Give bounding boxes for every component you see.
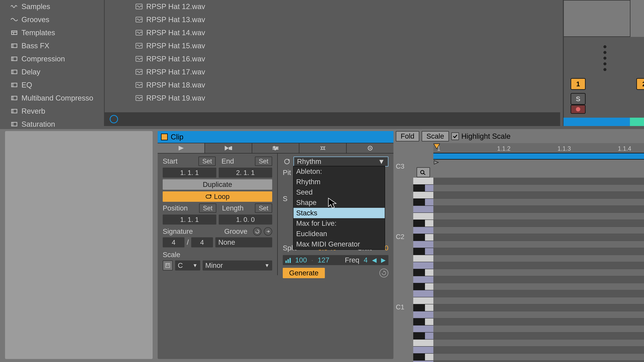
sync-icon[interactable]: [110, 115, 118, 123]
regenerate-icon[interactable]: [379, 269, 388, 278]
sidebar-item-delay[interactable]: Delay: [0, 65, 104, 78]
file-name: RPSP Hat 13.wav: [146, 15, 205, 24]
sidebar-item-reverb[interactable]: Reverb: [0, 105, 104, 118]
highlight-checkbox[interactable]: [451, 132, 459, 140]
freq-value[interactable]: 4: [364, 256, 368, 264]
start-value[interactable]: 1. 1. 1: [163, 168, 216, 178]
play-marker-icon[interactable]: [433, 143, 440, 151]
svg-point-36: [320, 146, 322, 147]
send-meters: [604, 45, 606, 71]
position-set-button[interactable]: Set: [199, 203, 216, 213]
file-name: RPSP Hat 19.wav: [146, 94, 205, 102]
timeline-ruler[interactable]: 1 1.1.2 1.1.3 1.1.4: [433, 143, 644, 153]
file-row[interactable]: RPSP Hat 12.wav: [105, 0, 560, 13]
sidebar-item-templates[interactable]: Templates: [0, 26, 104, 39]
highlight-label: Highlight Scale: [461, 132, 511, 140]
preset-icon: [10, 42, 18, 49]
position-value[interactable]: 1. 1. 1: [163, 215, 216, 225]
svg-rect-24: [136, 95, 142, 100]
scale-toggle[interactable]: [163, 260, 173, 271]
sidebar-item-samples[interactable]: Samples: [0, 0, 104, 13]
browser-sidebar: SamplesGroovesTemplatesBass FXCompressio…: [0, 0, 104, 126]
audio-file-icon: [135, 16, 143, 23]
file-row[interactable]: RPSP Hat 19.wav: [105, 91, 560, 105]
velocity-min[interactable]: 100: [295, 256, 307, 264]
svg-point-32: [274, 146, 275, 148]
groove-hot-swap-icon[interactable]: [253, 227, 262, 236]
menu-item-stacks[interactable]: Stacks: [294, 208, 385, 218]
file-name: RPSP Hat 17.wav: [146, 68, 205, 76]
signature-denominator[interactable]: 4: [191, 237, 213, 247]
groove-value[interactable]: None: [215, 237, 272, 247]
groove-commit-icon[interactable]: [264, 227, 272, 236]
start-set-button[interactable]: Set: [198, 157, 216, 166]
solo-button[interactable]: S: [570, 93, 586, 105]
loop-brace[interactable]: [433, 153, 644, 160]
velocity-max[interactable]: 127: [318, 256, 330, 264]
freq-prev-icon[interactable]: ◀: [372, 257, 377, 264]
svg-rect-22: [136, 69, 142, 74]
generator-refresh-icon[interactable]: [283, 157, 291, 166]
menu-item-rhythm[interactable]: Rhythm: [294, 177, 385, 187]
fold-button[interactable]: Fold: [396, 131, 419, 141]
sidebar-item-multiband-compresso[interactable]: Multiband Compresso: [0, 91, 104, 105]
loop-button[interactable]: Loop: [163, 191, 272, 202]
tab-generate[interactable]: [299, 143, 347, 153]
length-value[interactable]: 1. 0. 0: [219, 215, 272, 225]
file-row[interactable]: RPSP Hat 16.wav: [105, 52, 560, 65]
signature-numerator[interactable]: 4: [163, 237, 184, 247]
sidebar-item-label: Grooves: [22, 15, 49, 24]
duplicate-button[interactable]: Duplicate: [163, 179, 272, 190]
sidebar-item-label: Compression: [22, 55, 65, 63]
svg-point-41: [370, 147, 371, 149]
sidebar-item-grooves[interactable]: Grooves: [0, 13, 104, 26]
scale-mode-dropdown[interactable]: Minor▼: [202, 260, 272, 271]
sidebar-item-label: Bass FX: [22, 41, 49, 50]
end-set-button[interactable]: Set: [255, 157, 272, 166]
scale-button[interactable]: Scale: [422, 131, 449, 141]
tab-expression[interactable]: [252, 143, 300, 153]
sidebar-item-compression[interactable]: Compression: [0, 52, 104, 65]
scale-root-dropdown[interactable]: C▼: [175, 260, 200, 271]
file-row[interactable]: RPSP Hat 17.wav: [105, 65, 560, 78]
menu-item-euclidean[interactable]: Euclidean: [294, 229, 385, 239]
generator-dropdown[interactable]: Rhythm▼: [294, 157, 388, 167]
file-name: RPSP Hat 16.wav: [146, 55, 205, 63]
sidebar-item-saturation[interactable]: Saturation: [0, 118, 104, 131]
track-color-strip-2: [630, 118, 644, 126]
preset-icon: [10, 55, 18, 62]
length-set-button[interactable]: Set: [255, 203, 272, 213]
audio-file-icon: [135, 94, 143, 102]
end-value[interactable]: 2. 1. 1: [219, 168, 272, 178]
piano-keys[interactable]: [413, 178, 433, 362]
menu-item-max-midi-generator[interactable]: Max MIDI Generator: [294, 239, 385, 249]
tab-notes[interactable]: [158, 143, 205, 153]
arm-button[interactable]: [570, 105, 586, 114]
clip-color-swatch[interactable]: [161, 134, 168, 140]
file-row[interactable]: RPSP Hat 15.wav: [105, 39, 560, 52]
file-row[interactable]: RPSP Hat 14.wav: [105, 26, 560, 39]
sidebar-item-bass-fx[interactable]: Bass FX: [0, 39, 104, 52]
sidebar-item-label: EQ: [22, 81, 32, 89]
clip-titlebar[interactable]: Clip: [158, 131, 394, 143]
note-grid[interactable]: [433, 178, 644, 362]
freq-label: Freq: [345, 256, 359, 264]
tab-envelopes[interactable]: [205, 143, 252, 153]
tab-modulation[interactable]: [347, 143, 394, 153]
file-row[interactable]: RPSP Hat 18.wav: [105, 78, 560, 91]
clip-tabs: [158, 143, 394, 153]
generate-button[interactable]: Generate: [283, 268, 325, 278]
file-row[interactable]: RPSP Hat 13.wav: [105, 13, 560, 26]
menu-item-seed[interactable]: Seed: [294, 187, 385, 197]
freq-next-icon[interactable]: ▶: [381, 257, 386, 264]
length-label: Length: [222, 204, 244, 212]
steps-label-partial: S: [283, 195, 288, 203]
menu-item-shape[interactable]: Shape: [294, 197, 385, 208]
sidebar-item-eq[interactable]: EQ: [0, 78, 104, 91]
track-activator-2[interactable]: 2: [636, 78, 644, 90]
menu-item-max-for-live: Max for Live:: [294, 218, 385, 229]
svg-point-33: [276, 147, 278, 149]
svg-rect-20: [136, 43, 142, 48]
track-activator-1[interactable]: 1: [570, 78, 586, 90]
svg-marker-48: [384, 271, 385, 273]
